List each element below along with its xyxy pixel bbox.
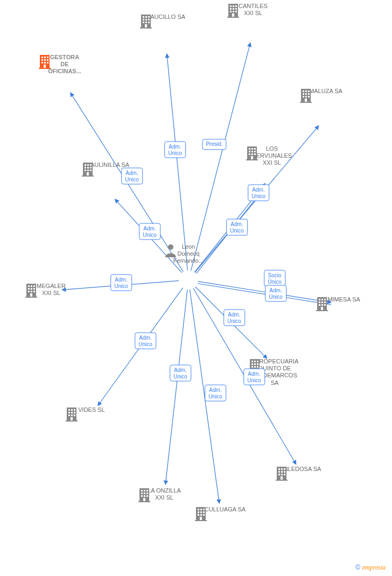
company-node-cantiles[interactable]: CANTILES XXI SL [226, 3, 280, 17]
footer-watermark: © empresia [355, 564, 386, 572]
svg-rect-94 [33, 288, 35, 290]
svg-rect-91 [33, 285, 35, 287]
svg-rect-138 [281, 468, 283, 470]
svg-rect-46 [235, 8, 237, 10]
svg-rect-31 [148, 16, 150, 18]
svg-rect-45 [233, 8, 234, 10]
svg-rect-44 [230, 8, 232, 10]
svg-rect-23 [41, 62, 43, 64]
company-node-inledosa[interactable]: INLEDOSA SA [275, 466, 328, 473]
svg-rect-113 [251, 361, 253, 362]
svg-rect-78 [87, 164, 89, 166]
svg-rect-90 [31, 285, 32, 287]
svg-rect-58 [308, 93, 310, 95]
svg-rect-114 [254, 361, 256, 362]
company-node-maluza[interactable]: MALUZA SA [299, 88, 353, 95]
svg-rect-65 [249, 148, 250, 150]
svg-rect-104 [319, 301, 320, 303]
svg-rect-70 [254, 151, 256, 152]
svg-rect-18 [44, 57, 46, 58]
svg-rect-107 [319, 304, 320, 306]
svg-rect-98 [30, 293, 32, 297]
edge-role-label: Adm. Unico [243, 369, 265, 385]
svg-rect-101 [319, 299, 320, 300]
svg-rect-93 [31, 288, 32, 290]
company-node-cervunales[interactable]: LOS CERVUNALES XXI SL [245, 145, 299, 167]
svg-rect-72 [251, 153, 253, 155]
svg-rect-146 [281, 476, 283, 480]
company-node-onzilla[interactable]: LA ONZILLA XXI SL [137, 487, 191, 501]
company-node-gestora[interactable]: GESTORA DE OFICINAS... [38, 54, 92, 75]
svg-rect-59 [303, 96, 304, 97]
svg-rect-111 [316, 310, 328, 311]
svg-rect-89 [28, 285, 30, 287]
edge-role-label: Adm. Unico [139, 223, 160, 240]
svg-rect-170 [200, 517, 202, 520]
svg-rect-19 [47, 57, 48, 58]
svg-rect-115 [257, 361, 258, 362]
svg-rect-108 [321, 304, 323, 306]
svg-rect-137 [278, 468, 280, 470]
svg-rect-134 [71, 417, 73, 420]
svg-rect-149 [141, 490, 143, 491]
svg-rect-105 [321, 301, 323, 303]
svg-rect-97 [33, 291, 35, 292]
svg-rect-80 [85, 167, 86, 168]
svg-rect-69 [251, 151, 253, 152]
svg-rect-39 [140, 27, 152, 29]
svg-rect-63 [300, 102, 312, 103]
svg-rect-127 [74, 409, 75, 411]
svg-rect-164 [198, 511, 199, 513]
svg-rect-84 [87, 170, 89, 171]
svg-rect-22 [47, 59, 48, 61]
svg-rect-167 [198, 514, 199, 516]
company-node-emimesa[interactable]: EMIMESA SA [315, 296, 369, 303]
center-person-node[interactable]: Leon Domecq Fernando... [164, 243, 213, 267]
svg-rect-82 [90, 167, 92, 168]
edge-role-label: Adm. Unico [164, 142, 186, 158]
svg-rect-34 [148, 19, 150, 20]
svg-rect-155 [141, 495, 143, 497]
svg-rect-166 [203, 511, 205, 513]
company-node-megaler[interactable]: MEGALER XXI SL [24, 283, 78, 297]
svg-rect-48 [233, 11, 234, 12]
svg-rect-109 [324, 304, 326, 306]
edge-role-label: Socio Único [264, 270, 285, 287]
svg-rect-121 [257, 366, 258, 368]
svg-rect-66 [251, 148, 253, 150]
svg-rect-57 [305, 93, 307, 95]
svg-rect-156 [144, 495, 145, 497]
svg-rect-147 [276, 480, 288, 481]
svg-rect-103 [324, 299, 326, 300]
company-node-cuculluaga[interactable]: CUCULLUAGA SA [194, 506, 248, 513]
svg-rect-119 [251, 366, 253, 368]
edge-role-label: Adm. Unico [248, 185, 269, 201]
svg-rect-161 [198, 509, 199, 510]
company-node-vides[interactable]: VIDES SL [65, 406, 118, 413]
svg-point-15 [168, 244, 173, 250]
edge-role-label: Presid. [202, 139, 226, 150]
svg-rect-131 [68, 415, 70, 416]
svg-rect-42 [233, 5, 234, 7]
svg-rect-110 [321, 307, 323, 310]
edge-role-label: Adm. Unico [265, 285, 286, 302]
svg-rect-154 [146, 493, 148, 494]
svg-rect-71 [249, 153, 250, 155]
svg-rect-153 [144, 493, 145, 494]
svg-line-11 [165, 290, 187, 484]
svg-rect-143 [278, 474, 280, 475]
svg-rect-144 [281, 474, 283, 475]
svg-rect-142 [284, 471, 285, 473]
svg-rect-159 [138, 501, 150, 502]
svg-line-1 [167, 54, 187, 270]
svg-rect-86 [87, 172, 89, 175]
svg-rect-157 [146, 495, 148, 497]
svg-rect-32 [143, 19, 144, 20]
svg-rect-106 [324, 301, 326, 303]
company-node-saucillo[interactable]: SAUCILLO SA [139, 13, 193, 20]
svg-rect-62 [305, 99, 307, 102]
svg-rect-163 [203, 509, 205, 510]
svg-rect-162 [200, 509, 202, 510]
svg-rect-26 [44, 65, 46, 68]
svg-rect-81 [87, 167, 89, 168]
